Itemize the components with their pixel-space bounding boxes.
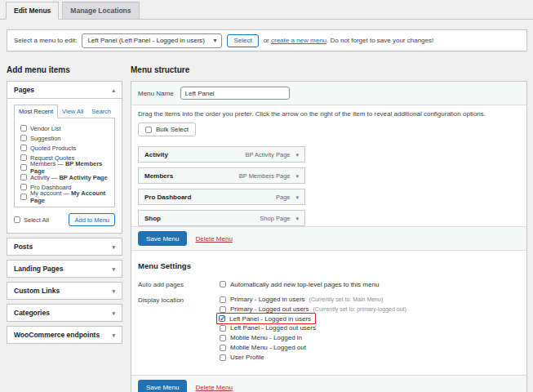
page-checkbox[interactable] bbox=[20, 135, 27, 141]
menu-item-title: Shop bbox=[144, 215, 161, 222]
pages-panel-footer: Select All Add to Menu bbox=[14, 213, 115, 226]
location-checkbox[interactable] bbox=[220, 354, 226, 361]
page-item: Quoted Products bbox=[20, 143, 114, 153]
page-item-label: Suggestion bbox=[30, 135, 61, 142]
page-item: My account — My Account Page bbox=[20, 192, 114, 202]
menu-select-value: Left Panel (Left Panel - Logged in users… bbox=[87, 37, 205, 44]
tab-view-all[interactable]: View All bbox=[58, 105, 87, 118]
accordion-label: Landing Pages bbox=[14, 265, 63, 273]
chevron-down-icon[interactable]: ▾ bbox=[295, 173, 299, 179]
accordion-categories[interactable]: Categories ▾ bbox=[7, 304, 122, 322]
accordion-label: Custom Links bbox=[14, 287, 60, 295]
menu-item-type: Shop Page bbox=[260, 215, 290, 222]
save-menu-button[interactable]: Save Menu bbox=[138, 380, 187, 392]
bulk-select-label: Bulk Select bbox=[156, 126, 189, 133]
page-checkbox[interactable] bbox=[20, 194, 27, 200]
menu-name-input[interactable] bbox=[180, 87, 290, 100]
auto-add-checkbox[interactable] bbox=[220, 281, 226, 287]
display-location-row: Display location Primary - Logged in use… bbox=[138, 296, 520, 361]
location-primary-logged-out: Primary - Logged out users (Currently se… bbox=[220, 305, 406, 313]
menu-item-meta: Shop Page ▾ bbox=[260, 215, 299, 222]
menu-structure-column: Menu structure Menu Name Drag the items … bbox=[131, 65, 527, 392]
menu-item-shop[interactable]: Shop Shop Page ▾ bbox=[138, 210, 305, 226]
delete-menu-link[interactable]: Delete Menu bbox=[195, 235, 232, 243]
menu-structure-panel: Menu Name Drag the items into the order … bbox=[131, 81, 527, 392]
accordion-label: Posts bbox=[14, 243, 33, 251]
page-checkbox[interactable] bbox=[20, 125, 27, 131]
auto-add-pages-row: Auto add pages Automatically add new top… bbox=[138, 280, 520, 288]
chevron-down-icon: ▾ bbox=[213, 38, 216, 43]
or-text: or bbox=[264, 37, 269, 44]
menu-select-label: Select a menu to edit: bbox=[14, 37, 77, 44]
select-button[interactable]: Select bbox=[227, 34, 258, 47]
menu-item-activity[interactable]: Activity BP Activity Page ▾ bbox=[138, 146, 305, 163]
page-item-label: Vendor List bbox=[30, 125, 61, 132]
chevron-down-icon: ▾ bbox=[112, 244, 115, 250]
save-menu-button[interactable]: Save Menu bbox=[138, 231, 187, 246]
menu-item-meta: BP Activity Page ▾ bbox=[246, 151, 299, 158]
accordion-label: WooCommerce endpoints bbox=[14, 331, 100, 339]
menu-item-type: Page bbox=[276, 194, 291, 201]
save-changes-reminder: . Do not forget to save your changes! bbox=[326, 37, 433, 44]
page-item-label: Members — BP Members Page bbox=[30, 160, 114, 175]
page-checkbox[interactable] bbox=[20, 174, 27, 180]
chevron-down-icon[interactable]: ▾ bbox=[295, 194, 299, 200]
menu-item-type: BP Activity Page bbox=[246, 151, 291, 158]
save-bar-bottom: Save Menu Delete Menu bbox=[131, 375, 526, 392]
menu-item-title: Pro Dashboard bbox=[144, 194, 191, 201]
location-checkbox[interactable] bbox=[220, 345, 226, 351]
location-checkbox[interactable] bbox=[220, 335, 226, 341]
page-checkbox[interactable] bbox=[20, 184, 27, 190]
create-new-menu-link[interactable]: create a new menu bbox=[271, 37, 326, 44]
menu-item-meta: Page ▾ bbox=[276, 194, 299, 201]
location-checkbox[interactable] bbox=[220, 296, 226, 303]
checkmark-icon: ✓ bbox=[220, 314, 226, 323]
accordion-woocommerce-endpoints[interactable]: WooCommerce endpoints ▾ bbox=[7, 326, 122, 344]
pages-panel-header[interactable]: Pages ▴ bbox=[7, 82, 122, 99]
location-label: Mobile Menu - Logged out bbox=[230, 344, 306, 351]
bulk-select-control: Bulk Select bbox=[138, 122, 196, 136]
chevron-down-icon: ▾ bbox=[112, 266, 115, 272]
location-label: Primary - Logged in users bbox=[230, 296, 305, 303]
menu-item-members[interactable]: Members BP Members Page ▾ bbox=[138, 167, 305, 184]
display-location-label: Display location bbox=[138, 296, 220, 361]
accordion-custom-links[interactable]: Custom Links ▾ bbox=[7, 282, 122, 300]
page-checkbox[interactable] bbox=[20, 164, 27, 171]
page-checkbox[interactable] bbox=[20, 145, 27, 151]
page-item: Activity — BP Activity Page bbox=[20, 172, 114, 182]
page-item: Vendor List bbox=[20, 123, 114, 133]
accordion-posts[interactable]: Posts ▾ bbox=[7, 238, 122, 256]
chevron-down-icon: ▾ bbox=[112, 288, 115, 294]
menu-item-pro-dashboard[interactable]: Pro Dashboard Page ▾ bbox=[138, 189, 305, 205]
select-all-row: Select All bbox=[14, 216, 49, 224]
display-location-options: Primary - Logged in users (Currently set… bbox=[220, 296, 406, 361]
delete-menu-link[interactable]: Delete Menu bbox=[195, 384, 232, 391]
tab-edit-menus[interactable]: Edit Menus bbox=[6, 2, 59, 20]
add-to-menu-button[interactable]: Add to Menu bbox=[69, 213, 115, 226]
location-note: (Currently set to: Main Menu) bbox=[309, 296, 384, 302]
tab-manage-locations[interactable]: Manage Locations bbox=[62, 2, 139, 20]
location-checkbox[interactable] bbox=[220, 306, 226, 313]
menu-items-list: Activity BP Activity Page ▾ Members BP M… bbox=[138, 146, 305, 226]
menu-item-type: BP Members Page bbox=[239, 172, 291, 180]
menu-select-dropdown[interactable]: Left Panel (Left Panel - Logged in users… bbox=[82, 33, 222, 48]
chevron-down-icon[interactable]: ▾ bbox=[295, 152, 299, 158]
select-all-checkbox[interactable] bbox=[14, 216, 20, 223]
chevron-down-icon[interactable]: ▾ bbox=[295, 216, 299, 221]
chevron-up-icon: ▴ bbox=[112, 87, 115, 93]
select-all-label: Select All bbox=[24, 216, 49, 224]
page-item-label: My account — My Account Page bbox=[30, 189, 114, 204]
bulk-select-checkbox[interactable] bbox=[145, 127, 152, 133]
add-menu-items-column: Add menu items Pages ▴ Most Recent View … bbox=[7, 65, 122, 344]
nav-tab-bar: Edit Menus Manage Locations bbox=[0, 2, 533, 20]
tab-search[interactable]: Search bbox=[87, 105, 115, 118]
location-label: Mobile Menu - Logged in bbox=[230, 334, 302, 341]
location-checkbox-checked[interactable]: ✓ bbox=[219, 315, 225, 322]
tab-most-recent[interactable]: Most Recent bbox=[14, 105, 58, 118]
location-checkbox[interactable] bbox=[220, 325, 226, 332]
page-checkbox[interactable] bbox=[20, 154, 27, 161]
accordion-landing-pages[interactable]: Landing Pages ▾ bbox=[7, 260, 122, 278]
menu-settings-heading: Menu Settings bbox=[138, 261, 520, 270]
pages-panel: Pages ▴ Most Recent View All Search Vend… bbox=[7, 81, 122, 234]
page-item-label: Activity — BP Activity Page bbox=[30, 174, 108, 181]
